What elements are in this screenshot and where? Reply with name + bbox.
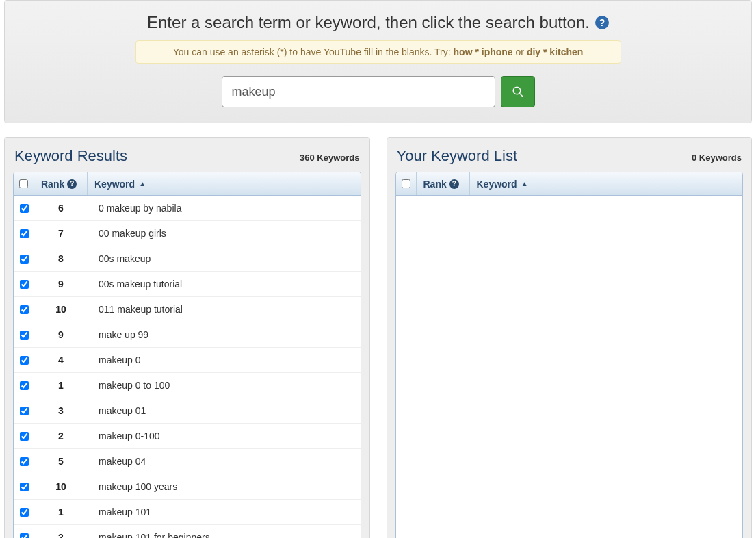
table-row[interactable]: 5makeup 04	[14, 449, 361, 474]
row-checkbox[interactable]	[20, 255, 29, 264]
rank-column-header[interactable]: Rank ?	[417, 172, 470, 195]
table-row[interactable]: 900s makeup tutorial	[14, 272, 361, 297]
row-checkbox[interactable]	[20, 508, 29, 517]
table-row[interactable]: 800s makeup	[14, 246, 361, 272]
keyword-count: 0 Keywords	[692, 153, 742, 163]
sort-asc-icon: ▲	[139, 180, 146, 188]
row-checkbox[interactable]	[20, 280, 29, 289]
row-rank: 7	[34, 228, 88, 239]
row-checkbox[interactable]	[20, 483, 29, 491]
row-checkbox[interactable]	[20, 305, 29, 314]
table-row[interactable]: 3makeup 01	[14, 398, 361, 424]
keyword-column-header[interactable]: Keyword ▲	[470, 172, 743, 195]
row-keyword: makeup 0	[88, 355, 361, 366]
row-check-cell	[14, 533, 34, 539]
row-rank: 3	[34, 405, 88, 416]
help-icon[interactable]: ?	[67, 179, 77, 189]
row-check-cell	[14, 483, 34, 491]
row-rank: 6	[34, 203, 88, 214]
row-keyword: make up 99	[88, 329, 361, 340]
table-row[interactable]: 60 makeup by nabila	[14, 196, 361, 221]
hint-example-1: how * iphone	[454, 47, 513, 57]
table-header: Rank ? Keyword ▲	[14, 172, 361, 196]
row-checkbox[interactable]	[20, 204, 29, 213]
row-checkbox[interactable]	[20, 229, 29, 238]
search-input[interactable]	[222, 76, 495, 107]
row-check-cell	[14, 356, 34, 365]
row-keyword: makeup 01	[88, 405, 361, 416]
table-row[interactable]: 2makeup 0-100	[14, 424, 361, 449]
list-table: Rank ? Keyword ▲	[395, 172, 744, 538]
row-checkbox[interactable]	[20, 356, 29, 365]
row-rank: 1	[34, 507, 88, 517]
panel-header: Keyword Results 360 Keywords	[13, 144, 361, 172]
table-header: Rank ? Keyword ▲	[396, 172, 743, 196]
keyword-label: Keyword	[477, 179, 517, 190]
table-row[interactable]: 700 makeup girls	[14, 221, 361, 246]
row-keyword: makeup 04	[88, 456, 361, 467]
page-title-row: Enter a search term or keyword, then cli…	[12, 13, 744, 32]
search-row	[12, 76, 744, 107]
keyword-label: Keyword	[94, 179, 135, 190]
row-rank: 8	[34, 253, 88, 264]
table-row[interactable]: 1makeup 0 to 100	[14, 373, 361, 398]
select-all-checkbox[interactable]	[19, 179, 28, 188]
row-check-cell	[14, 432, 34, 441]
row-keyword: makeup 101	[88, 507, 361, 517]
row-checkbox[interactable]	[20, 407, 29, 415]
table-row[interactable]: 4makeup 0	[14, 348, 361, 373]
help-icon[interactable]: ?	[449, 179, 459, 189]
row-keyword: makeup 0 to 100	[88, 380, 361, 391]
row-check-cell	[14, 204, 34, 213]
row-rank: 1	[34, 380, 88, 391]
row-check-cell	[14, 457, 34, 466]
row-check-cell	[14, 229, 34, 238]
row-check-cell	[14, 305, 34, 314]
row-checkbox[interactable]	[20, 533, 29, 539]
row-check-cell	[14, 280, 34, 289]
row-checkbox[interactable]	[20, 381, 29, 390]
your-keyword-list-panel: Your Keyword List 0 Keywords Rank ? Keyw…	[387, 137, 753, 538]
table-row[interactable]: 2makeup 101 for beginners	[14, 525, 361, 538]
row-checkbox[interactable]	[20, 331, 29, 340]
results-table: Rank ? Keyword ▲ 60 makeup by nabila700 …	[13, 172, 361, 538]
keyword-count: 360 Keywords	[300, 153, 359, 163]
row-keyword: 00s makeup	[88, 253, 361, 264]
hint-or: or	[513, 47, 527, 57]
select-all-checkbox[interactable]	[402, 179, 410, 188]
row-check-cell	[14, 255, 34, 264]
keyword-results-panel: Keyword Results 360 Keywords Rank ? Keyw…	[4, 137, 370, 538]
row-keyword: 011 makeup tutorial	[88, 304, 361, 315]
rank-label: Rank	[41, 179, 64, 190]
row-checkbox[interactable]	[20, 432, 29, 441]
rank-column-header[interactable]: Rank ?	[34, 172, 88, 195]
table-row[interactable]: 9make up 99	[14, 322, 361, 348]
table-row[interactable]: 10011 makeup tutorial	[14, 297, 361, 322]
row-keyword: 0 makeup by nabila	[88, 203, 361, 214]
row-check-cell	[14, 381, 34, 390]
hint-bar: You can use an asterisk (*) to have YouT…	[135, 40, 621, 64]
help-icon[interactable]: ?	[595, 16, 609, 29]
hint-text-prefix: You can use an asterisk (*) to have YouT…	[173, 47, 454, 57]
table-row[interactable]: 10makeup 100 years	[14, 474, 361, 500]
sort-asc-icon: ▲	[521, 180, 528, 188]
row-rank: 2	[34, 431, 88, 441]
search-panel: Enter a search term or keyword, then cli…	[4, 0, 752, 123]
list-body[interactable]	[396, 196, 743, 538]
table-row[interactable]: 1makeup 101	[14, 500, 361, 525]
row-keyword: 00s makeup tutorial	[88, 279, 361, 290]
row-keyword: makeup 101 for beginners	[88, 532, 361, 538]
row-rank: 5	[34, 456, 88, 467]
panel-title: Keyword Results	[14, 147, 127, 165]
row-keyword: 00 makeup girls	[88, 228, 361, 239]
row-rank: 4	[34, 355, 88, 366]
keyword-column-header[interactable]: Keyword ▲	[88, 172, 361, 195]
row-rank: 10	[34, 304, 88, 315]
row-check-cell	[14, 508, 34, 517]
results-body[interactable]: 60 makeup by nabila700 makeup girls800s …	[14, 196, 361, 538]
search-icon	[512, 86, 524, 98]
panels-row: Keyword Results 360 Keywords Rank ? Keyw…	[0, 137, 756, 538]
row-rank: 9	[34, 329, 88, 340]
row-checkbox[interactable]	[20, 457, 29, 466]
search-button[interactable]	[501, 76, 535, 107]
